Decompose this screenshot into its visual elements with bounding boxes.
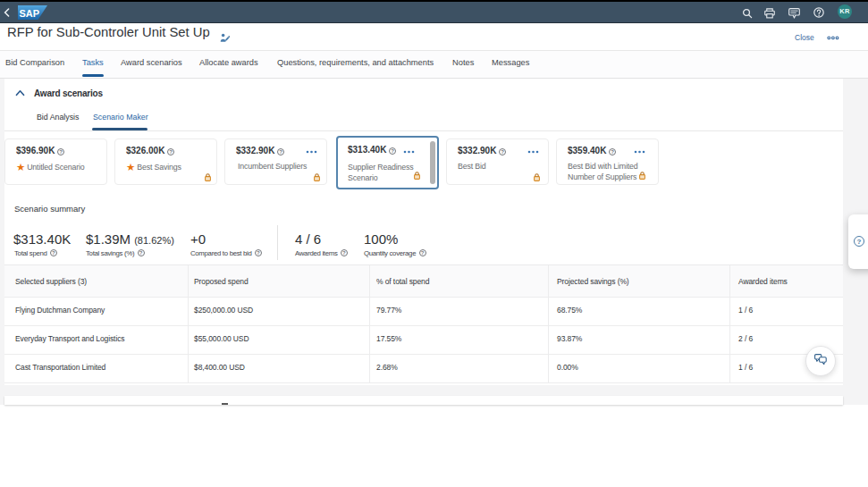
svg-text:SAP: SAP [20, 8, 40, 19]
